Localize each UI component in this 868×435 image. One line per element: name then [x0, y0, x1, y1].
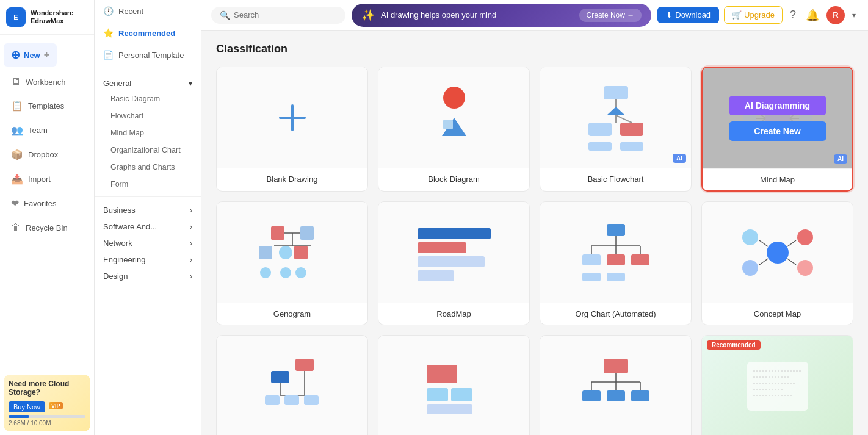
card-image-r3c1: [217, 336, 367, 435]
card-basic-flowchart[interactable]: AI Basic Flowchart: [540, 67, 692, 192]
svg-rect-43: [418, 270, 454, 281]
card-row3-1[interactable]: [216, 335, 368, 435]
download-button[interactable]: ⬇ Download: [657, 7, 719, 23]
svg-rect-7: [604, 86, 628, 99]
ai-diagramming-button[interactable]: AI Diagramming: [729, 96, 826, 115]
svg-rect-64: [271, 371, 289, 383]
card-image-blank: [217, 67, 367, 168]
mid-item-recent[interactable]: 🕐 Recent: [95, 0, 201, 22]
svg-rect-42: [418, 256, 485, 267]
create-now-banner-button[interactable]: Create Now →: [579, 9, 642, 22]
card-roadmap[interactable]: RoadMap: [378, 201, 530, 325]
svg-rect-83: [607, 390, 625, 401]
section-software[interactable]: Software And... ›: [95, 217, 201, 234]
sidebar-item-favorites[interactable]: ❤ Favorites: [4, 192, 90, 215]
sidebar-item-recycle-bin[interactable]: 🗑 Recycle Bin: [4, 216, 90, 239]
card-genogram[interactable]: Genogram: [216, 201, 368, 325]
card-image-mindmap: AI Diagramming Create New AI: [703, 68, 852, 168]
vip-badge: VIP: [49, 402, 63, 409]
sidebar-item-team[interactable]: 👥 Team: [4, 118, 90, 142]
sidebar-item-dropbox[interactable]: 📦 Dropbox: [4, 143, 90, 167]
storage-promo: Need more Cloud Storage? Buy Now VIP 2.6…: [4, 375, 90, 431]
card-org-chart[interactable]: Org Chart (Automated): [540, 201, 692, 325]
mid-item-personal-template[interactable]: 📄 Personal Template: [95, 44, 201, 66]
flowchart-icon: [576, 81, 656, 154]
svg-line-61: [759, 259, 768, 265]
svg-line-13: [616, 115, 632, 123]
svg-rect-52: [631, 254, 649, 265]
cards-grid: Blank Drawing Block Diagram: [216, 67, 853, 435]
buy-now-button[interactable]: Buy Now: [9, 401, 45, 412]
svg-line-62: [787, 240, 796, 246]
sub-basic-diagram[interactable]: Basic Diagram: [95, 90, 201, 107]
plus-icon: ⊕: [11, 48, 20, 62]
create-new-button[interactable]: Create New: [729, 121, 826, 141]
card-block-diagram[interactable]: Block Diagram: [378, 67, 530, 192]
svg-rect-65: [295, 359, 314, 371]
new-button[interactable]: ⊕ New +: [4, 43, 57, 67]
card-row3-4[interactable]: Recommended: [701, 335, 853, 435]
svg-rect-75: [427, 404, 472, 414]
section-design[interactable]: Design ›: [95, 267, 201, 283]
card-label-orgchart: Org Chart (Automated): [540, 303, 691, 325]
recommended-icon: ⭐: [103, 28, 114, 38]
card-image-conceptmap: [702, 202, 853, 303]
upgrade-button[interactable]: 🛒 Upgrade: [724, 6, 783, 24]
svg-marker-8: [607, 107, 625, 115]
expand-icon[interactable]: ▾: [850, 9, 858, 22]
card-mind-map[interactable]: AI Diagramming Create New AI Mind Map: [701, 67, 853, 192]
card-label-genogram: Genogram: [217, 303, 367, 325]
sidebar-item-templates[interactable]: 📋 Templates: [4, 94, 90, 118]
svg-rect-40: [418, 228, 491, 239]
section-engineering[interactable]: Engineering ›: [95, 250, 201, 267]
sidebar-nav: ⊕ New + 🖥 Workbench 📋 Templates 👥 Team 📦…: [0, 35, 94, 371]
recommended-tag: Recommended: [707, 340, 761, 350]
sub-form[interactable]: Form: [95, 176, 201, 193]
sub-flowchart[interactable]: Flowchart: [95, 107, 201, 124]
r3c4-preview-icon: [744, 359, 811, 414]
sidebar-item-workbench[interactable]: 🖥 Workbench: [4, 70, 90, 93]
mid-divider-2: [95, 196, 201, 197]
svg-rect-76: [604, 359, 628, 373]
chevron-right-icon-5: ›: [190, 272, 192, 281]
card-label-blank: Blank Drawing: [217, 168, 367, 190]
help-button[interactable]: ?: [787, 6, 798, 24]
svg-rect-15: [620, 142, 643, 151]
card-concept-map[interactable]: Concept Map: [701, 201, 853, 325]
svg-text:E: E: [13, 13, 18, 21]
svg-rect-41: [418, 242, 466, 253]
sub-org-chart[interactable]: Organizational Chart: [95, 142, 201, 159]
sub-mind-map[interactable]: Mind Map: [95, 124, 201, 142]
ai-sparkle-icon: ✨: [361, 9, 375, 22]
search-box[interactable]: 🔍: [211, 7, 345, 24]
sub-graphs-charts[interactable]: Graphs and Charts: [95, 159, 201, 176]
svg-point-39: [295, 267, 306, 278]
main-content: 🔍 ✨ AI drawing helps open your mind Crea…: [201, 0, 868, 435]
notifications-button[interactable]: 🔔: [803, 6, 822, 24]
dropbox-icon: 📦: [11, 149, 23, 160]
topbar-actions: ⬇ Download 🛒 Upgrade ? 🔔 R ▾: [657, 6, 858, 24]
section-business[interactable]: Business ›: [95, 201, 201, 217]
user-avatar[interactable]: R: [826, 6, 845, 24]
section-network[interactable]: Network ›: [95, 234, 201, 250]
topbar: 🔍 ✨ AI drawing helps open your mind Crea…: [201, 0, 868, 31]
svg-point-35: [279, 246, 292, 259]
genogram-icon: [253, 219, 332, 286]
svg-rect-6: [443, 120, 453, 129]
svg-rect-10: [620, 123, 643, 136]
card-image-roadmap: [378, 202, 529, 303]
card-row3-3[interactable]: [540, 335, 692, 435]
chevron-right-icon: ›: [190, 206, 192, 215]
app-logo-icon: E: [6, 7, 26, 27]
conceptmap-icon: [738, 219, 817, 286]
sidebar-item-import[interactable]: 📥 Import: [4, 167, 90, 191]
card-label-conceptmap: Concept Map: [702, 303, 853, 325]
mid-item-recommended[interactable]: ⭐ Recommended: [95, 22, 201, 44]
search-input[interactable]: [234, 10, 337, 20]
section-general[interactable]: General ▾: [95, 74, 201, 90]
svg-point-56: [742, 229, 758, 245]
card-blank-drawing[interactable]: Blank Drawing: [216, 67, 368, 192]
svg-point-37: [260, 267, 271, 278]
card-row3-2[interactable]: [378, 335, 530, 435]
card-image-flowchart: AI: [540, 67, 691, 168]
